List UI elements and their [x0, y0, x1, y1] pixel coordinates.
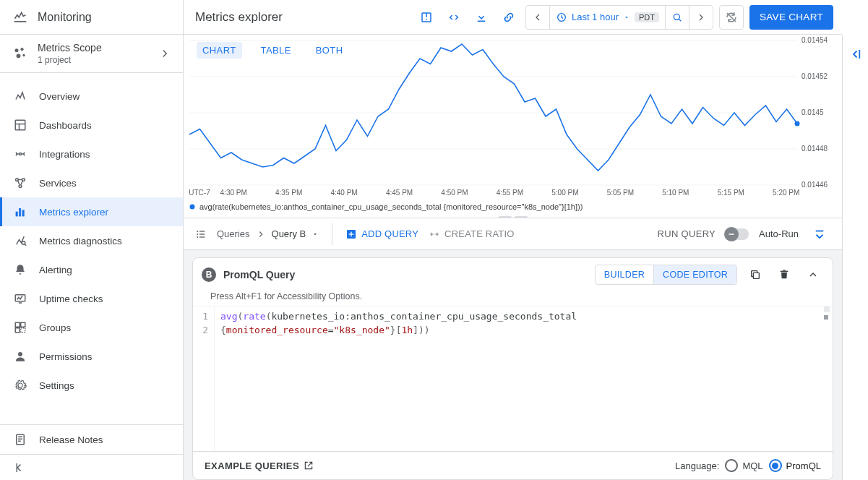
chart-canvas[interactable]	[184, 35, 842, 218]
query-card-header: B PromQL Query BUILDER CODE EDITOR	[193, 258, 833, 291]
code-editor[interactable]: 1 2 avg(rate(kubernetes_io:anthos_contai…	[193, 307, 833, 451]
sidebar-item-label: Dashboards	[39, 120, 92, 131]
release-notes-icon	[13, 433, 27, 446]
sidebar-item-permissions[interactable]: Permissions	[0, 342, 183, 371]
product-title: Monitoring	[38, 11, 92, 24]
sidebar-item-label: Groups	[39, 322, 71, 333]
nav-list: OverviewDashboardsIntegrationsServicesMe…	[0, 73, 183, 424]
queries-label: Queries	[217, 228, 250, 239]
sidebar-item-uptime-checks[interactable]: Uptime checks	[0, 284, 183, 313]
sidebar-item-overview[interactable]: Overview	[0, 82, 183, 111]
code-content[interactable]: avg(rate(kubernetes_io:anthos_container_…	[215, 307, 583, 451]
sidebar-item-label: Metrics explorer	[39, 207, 108, 218]
release-notes-link[interactable]: Release Notes	[0, 425, 183, 454]
download-icon[interactable]	[470, 7, 492, 28]
scope-title: Metrics Scope	[38, 42, 148, 53]
time-prev-button[interactable]	[526, 6, 549, 29]
radio-checked-icon	[769, 459, 782, 472]
scope-icon	[13, 46, 27, 61]
save-chart-button[interactable]: SAVE CHART	[749, 5, 833, 30]
time-zoom-button[interactable]	[665, 6, 689, 29]
sidebar-item-label: Metrics diagnostics	[39, 236, 122, 247]
svg-rect-10	[16, 212, 17, 216]
sidebar-item-dashboards[interactable]: Dashboards	[0, 111, 183, 140]
svg-rect-15	[15, 322, 20, 327]
accessibility-note: Press Alt+F1 for Accessibility Options.	[193, 291, 833, 307]
svg-point-7	[16, 179, 19, 181]
sidebar-item-integrations[interactable]: Integrations	[0, 140, 183, 168]
svg-rect-16	[21, 322, 25, 327]
editor-mode-builder[interactable]: BUILDER	[596, 265, 653, 284]
collapse-card-icon[interactable]	[802, 264, 824, 286]
settings-icon	[13, 379, 27, 392]
svg-point-3	[17, 53, 21, 58]
save-to-dashboard-icon[interactable]	[416, 7, 437, 28]
metrics-scope-row[interactable]: Metrics Scope 1 project	[0, 35, 183, 73]
add-query-label: ADD QUERY	[361, 228, 418, 239]
svg-point-1	[15, 48, 19, 52]
sidebar-item-metrics-diagnostics[interactable]: Metrics diagnostics	[0, 226, 183, 255]
svg-rect-5	[15, 120, 25, 130]
language-option-promql[interactable]: PromQL	[769, 459, 821, 472]
list-icon	[195, 228, 207, 240]
topbar: Metrics explorer Last 1 hour PDT SAVE CH…	[184, 0, 842, 35]
release-notes-label: Release Notes	[39, 434, 103, 445]
query-card-title: PromQL Query	[223, 269, 295, 280]
groups-icon	[13, 321, 27, 334]
resize-handle[interactable]	[499, 216, 528, 220]
radio-unchecked-icon	[725, 459, 738, 472]
svg-rect-36	[781, 271, 788, 272]
copy-query-icon[interactable]	[744, 264, 766, 286]
svg-point-2	[20, 48, 23, 51]
query-card: B PromQL Query BUILDER CODE EDITOR Press…	[192, 257, 833, 480]
run-query-button[interactable]: RUN QUERY	[658, 228, 716, 239]
auto-run-switch[interactable]	[726, 228, 749, 240]
sidebar-item-groups[interactable]: Groups	[0, 313, 183, 342]
add-query-button[interactable]: ADD QUERY	[345, 228, 418, 240]
sidebar-item-settings[interactable]: Settings	[0, 371, 183, 400]
timezone-chip: PDT	[635, 12, 659, 22]
svg-point-27	[197, 233, 198, 235]
collapse-sidebar-button[interactable]	[0, 454, 183, 480]
svg-point-28	[197, 236, 198, 238]
create-ratio-button[interactable]: CREATE RATIO	[429, 228, 515, 240]
alerting-icon	[13, 263, 27, 276]
sidebar-item-label: Permissions	[39, 351, 93, 362]
svg-rect-0	[14, 21, 27, 22]
chart-panel: CHART TABLE BOTH	[184, 35, 842, 218]
chevron-right-icon	[158, 47, 171, 60]
delete-query-icon[interactable]	[773, 264, 795, 286]
svg-point-19	[18, 352, 22, 356]
sidebar-item-metrics-explorer[interactable]: Metrics explorer	[0, 197, 183, 226]
time-next-button[interactable]	[689, 6, 713, 29]
language-option-mql[interactable]: MQL	[725, 459, 762, 472]
query-editor-area: B PromQL Query BUILDER CODE EDITOR Press…	[184, 250, 842, 480]
current-query-label[interactable]: Query B	[272, 228, 306, 239]
svg-rect-31	[199, 236, 205, 237]
services-icon	[13, 176, 27, 189]
sidebar-item-services[interactable]: Services	[0, 168, 183, 197]
editor-mode-code[interactable]: CODE EDITOR	[653, 265, 736, 284]
sidebar: Monitoring Metrics Scope 1 project Overv…	[0, 0, 184, 480]
expand-right-panel-button[interactable]	[842, 35, 868, 480]
auto-run-label: Auto-Run	[759, 228, 799, 239]
code-gutter: 1 2	[193, 307, 215, 451]
svg-point-6	[20, 153, 22, 155]
auto-refresh-off-icon[interactable]	[719, 5, 744, 30]
svg-rect-12	[22, 210, 24, 216]
collapse-queries-icon[interactable]	[809, 223, 830, 245]
svg-point-4	[22, 54, 25, 56]
example-queries-button[interactable]: EXAMPLE QUERIES	[205, 460, 314, 471]
share-link-icon[interactable]	[498, 7, 520, 28]
time-range-button[interactable]: Last 1 hour PDT	[549, 6, 665, 29]
main-area: Metrics explorer Last 1 hour PDT SAVE CH…	[184, 0, 842, 480]
uptime-checks-icon	[13, 292, 27, 305]
sidebar-item-label: Settings	[39, 380, 74, 391]
editor-minimap	[824, 307, 830, 320]
api-icon[interactable]	[443, 7, 465, 28]
create-ratio-label: CREATE RATIO	[444, 228, 515, 239]
time-range-picker: Last 1 hour PDT	[525, 5, 713, 30]
monitoring-icon	[13, 9, 27, 25]
sidebar-item-alerting[interactable]: Alerting	[0, 255, 183, 284]
permissions-icon	[13, 350, 27, 363]
